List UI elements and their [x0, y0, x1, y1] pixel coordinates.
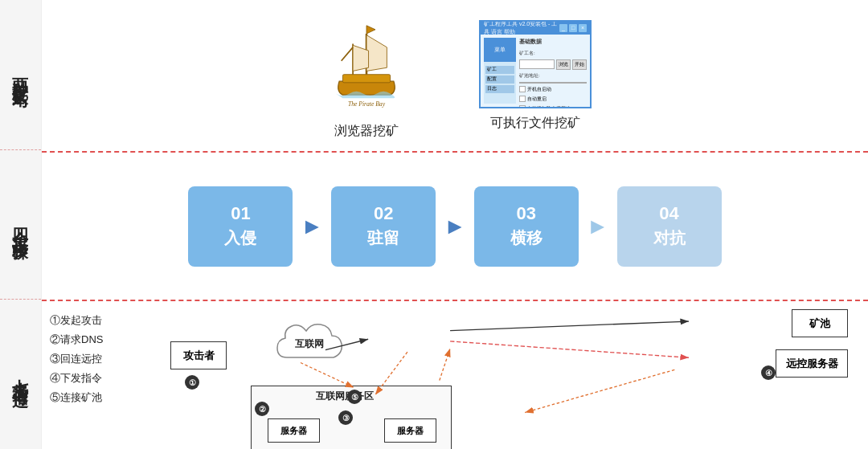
- server2-label: 服务器: [397, 425, 424, 437]
- step-box-1: 01 入侵: [188, 186, 293, 267]
- svg-line-3: [342, 47, 353, 60]
- pirate-bay-logo: The Pirate Bay: [318, 12, 415, 116]
- arrow-2-3: ►: [444, 214, 466, 239]
- svg-rect-0: [342, 74, 390, 82]
- num-circle-2: ②: [255, 402, 269, 416]
- svg-line-12: [525, 369, 674, 412]
- sidebar-label-3: 七步通信过: [13, 366, 29, 382]
- minepool-label: 矿池: [809, 316, 830, 331]
- sidebar: 两种挖矿木马 四个攻击步骤 七步通信过: [0, 0, 42, 449]
- server1-box: 服务器: [268, 418, 320, 443]
- step-item-2: ②请求DNS: [50, 333, 146, 347]
- num-circle-5: ⑤: [347, 390, 362, 404]
- internet-zone-label: 互联网服务区: [316, 390, 374, 403]
- browser-mining-label: 浏览器挖矿: [334, 123, 399, 140]
- num-circle-3: ③: [338, 410, 353, 425]
- network-diagram: 矿池 远控服务器 攻击者 ① 互联网 互联网服务区 服务: [162, 309, 852, 441]
- remote-ctrl-box: 远控服务器: [776, 349, 848, 378]
- minepool-box: 矿池: [792, 309, 848, 337]
- sidebar-section-3: 七步通信过: [0, 300, 41, 449]
- svg-line-11: [440, 349, 450, 381]
- server1-label: 服务器: [280, 425, 307, 437]
- svg-text:互联网: 互联网: [295, 338, 324, 349]
- minimize-btn: _: [559, 24, 567, 32]
- arrow-3-4: ►: [587, 214, 609, 239]
- exe-screenshot: 矿工程序工具 v2.0安装包 - 工具 语言 帮助 _ □ × 菜单 矿工 配置…: [479, 20, 592, 108]
- steps-list: ①发起攻击 ②请求DNS ③回连远控 ④下发指令 ⑤连接矿池: [50, 309, 146, 441]
- maximize-btn: □: [569, 24, 577, 32]
- num-circle-4: ④: [761, 365, 776, 380]
- browser-mining-item: The Pirate Bay 浏览器挖矿: [318, 12, 415, 140]
- section-four-steps: 01 入侵 ► 02 驻留 ► 03 横移 ► 04 对抗: [42, 153, 868, 301]
- main-content: The Pirate Bay 浏览器挖矿 矿工程序工具 v2.0安装包 - 工具…: [42, 0, 868, 449]
- section-seven-steps: ①发起攻击 ②请求DNS ③回连远控 ④下发指令 ⑤连接矿池 矿池 远控服务器 …: [42, 301, 868, 449]
- svg-text:The Pirate Bay: The Pirate Bay: [348, 100, 386, 108]
- exe-right-panel: 基础数据 矿工名: 浏览 开始 矿池地址: 开机自启动: [519, 38, 587, 104]
- server2-box: 服务器: [384, 418, 436, 443]
- step-box-3: 03 横移: [474, 186, 579, 267]
- step-name-4: 对抗: [653, 227, 686, 249]
- sidebar-label-1: 两种挖矿木马: [13, 65, 29, 84]
- step-item-4: ④下发指令: [50, 371, 146, 386]
- exe-title-text: 矿工程序工具 v2.0安装包 - 工具 语言 帮助: [484, 20, 558, 36]
- step-item-1: ①发起攻击: [50, 313, 146, 328]
- attacker-box: 攻击者: [170, 341, 227, 369]
- step-box-4: 04 对抗: [617, 186, 722, 267]
- num-circle-1: ①: [185, 375, 199, 390]
- pirate-ship-svg: The Pirate Bay: [322, 20, 411, 108]
- step-name-1: 入侵: [224, 227, 256, 249]
- exe-body: 菜单 矿工 配置 日志 基础数据 矿工名: 浏览: [481, 35, 590, 107]
- remote-ctrl-label: 远控服务器: [786, 357, 838, 371]
- exe-left-panel: 菜单 矿工 配置 日志: [484, 38, 516, 104]
- svg-line-7: [450, 321, 689, 331]
- attacker-label: 攻击者: [183, 349, 215, 363]
- step-box-2: 02 驻留: [331, 186, 436, 267]
- internet-cloud: 互联网: [271, 313, 367, 378]
- svg-line-8: [450, 341, 689, 357]
- arrow-1-2: ►: [301, 214, 323, 239]
- exe-mining-label: 可执行文件挖矿: [490, 115, 580, 132]
- exe-mining-item: 矿工程序工具 v2.0安装包 - 工具 语言 帮助 _ □ × 菜单 矿工 配置…: [479, 20, 592, 132]
- sidebar-section-1: 两种挖矿木马: [0, 0, 41, 150]
- exe-title-bar: 矿工程序工具 v2.0安装包 - 工具 语言 帮助 _ □ ×: [481, 22, 590, 35]
- section-two-types: The Pirate Bay 浏览器挖矿 矿工程序工具 v2.0安装包 - 工具…: [42, 0, 868, 153]
- step-item-3: ③回连远控: [50, 352, 146, 366]
- step-name-3: 横移: [510, 227, 542, 249]
- step-name-2: 驻留: [367, 227, 399, 249]
- close-btn: ×: [579, 24, 587, 32]
- sidebar-section-2: 四个攻击步骤: [0, 150, 41, 300]
- sidebar-label-2: 四个攻击步骤: [13, 215, 29, 235]
- step-item-5: ⑤连接矿池: [50, 390, 146, 405]
- step-number-1: 01: [231, 203, 250, 224]
- step-number-4: 04: [659, 203, 678, 224]
- step-number-2: 02: [374, 203, 393, 224]
- step-number-3: 03: [517, 203, 536, 224]
